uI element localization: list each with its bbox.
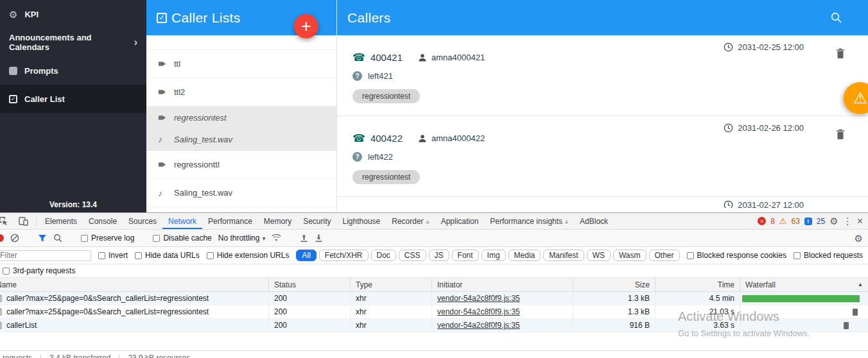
filter-pill-manifest[interactable]: Manifest [543, 250, 584, 261]
filter-pill-fetch-xhr[interactable]: Fetch/XHR [319, 250, 369, 261]
blocked-requests-checkbox[interactable]: Blocked requests [794, 251, 863, 260]
filter-icon[interactable] [38, 234, 47, 243]
request-time: 21.03 s [655, 305, 740, 318]
person-icon [418, 134, 427, 143]
tab-adblock[interactable]: AdBlock [574, 213, 614, 229]
list-item[interactable]: regressionttl [146, 151, 336, 179]
list-item-selected[interactable]: regressiontest [146, 107, 336, 128]
caller-tag: regressiontest [352, 89, 420, 103]
disable-cache-checkbox[interactable]: Disable cache [153, 234, 211, 243]
filter-pill-doc[interactable]: Doc [371, 250, 396, 261]
tab-memory[interactable]: Memory [258, 213, 297, 229]
tag-icon [158, 60, 166, 68]
table-row[interactable]: caller?max=25&page=0&sSearch_callerList=… [0, 305, 868, 319]
network-conditions-icon[interactable] [272, 234, 281, 242]
request-status: 200 [268, 319, 350, 332]
column-header-initiator[interactable]: Initiator [431, 278, 573, 291]
warning-count[interactable]: 63 [791, 217, 799, 226]
filter-pill-ws[interactable]: WS [587, 250, 611, 261]
import-har-icon[interactable] [300, 234, 308, 243]
column-header-waterfall[interactable]: Waterfall [740, 278, 868, 291]
error-icon[interactable] [758, 217, 766, 225]
clock-icon [724, 200, 733, 208]
divider [36, 216, 37, 226]
tab-security[interactable]: Security [297, 213, 336, 229]
devtools-settings-icon[interactable] [829, 216, 838, 226]
checkbox-icon [687, 252, 694, 259]
tab-elements[interactable]: Elements [39, 213, 83, 229]
close-devtools-icon[interactable] [857, 216, 863, 227]
trash-icon[interactable] [836, 48, 845, 59]
music-note-icon [158, 135, 166, 144]
caller-tag: regressiontest [352, 170, 420, 184]
request-size: 1.3 kB [573, 305, 655, 318]
list-item-audio[interactable]: Saling_test.wav [146, 179, 336, 207]
caller-number: 400422 [370, 133, 403, 144]
column-header-size[interactable]: Size [573, 278, 655, 291]
filter-pill-js[interactable]: JS [429, 250, 449, 261]
device-toolbar-icon[interactable] [13, 213, 33, 229]
filter-pill-img[interactable]: Img [482, 250, 506, 261]
request-initiator-link[interactable]: vendor-54a2c8f0f9.js:35 [437, 321, 520, 330]
sidebar-item-announcements[interactable]: Announcements and Calendars [0, 28, 146, 56]
search-icon[interactable] [53, 234, 62, 243]
tab-recorder[interactable]: Recorder [386, 213, 435, 229]
tab-performance-insights[interactable]: Performance insights [484, 213, 574, 229]
tab-application[interactable]: Application [435, 213, 485, 229]
filter-pill-css[interactable]: CSS [399, 250, 426, 261]
tab-lighthouse[interactable]: Lighthouse [337, 213, 386, 229]
record-icon[interactable] [0, 234, 4, 242]
table-row[interactable]: callerList 200 xhr vendor-54a2c8f0f9.js:… [0, 319, 868, 332]
filter-pill-media[interactable]: Media [508, 250, 541, 261]
issues-icon[interactable] [804, 217, 812, 225]
filter-pill-font[interactable]: Font [452, 250, 479, 261]
add-caller-list-button[interactable] [294, 14, 318, 38]
clear-icon[interactable] [10, 234, 19, 243]
error-count[interactable]: 8 [770, 217, 775, 226]
preserve-log-checkbox[interactable]: Preserve log [81, 234, 134, 243]
network-settings-icon[interactable] [855, 234, 863, 243]
tab-performance[interactable]: Performance [202, 213, 258, 229]
filter-pill-wasm[interactable]: Wasm [613, 250, 647, 261]
table-row[interactable]: caller?max=25&page=0&sSearch_callerList=… [0, 292, 868, 305]
request-icon [0, 294, 3, 302]
request-initiator-link[interactable]: vendor-54a2c8f0f9.js:35 [437, 294, 520, 303]
blocked-cookies-checkbox[interactable]: Blocked response cookies [687, 251, 786, 260]
tab-network[interactable]: Network [162, 213, 202, 229]
column-header-status[interactable]: Status [268, 278, 350, 291]
third-party-checkbox[interactable]: 3rd-party requests [3, 266, 75, 275]
tab-sources[interactable]: Sources [123, 213, 162, 229]
caller-entry[interactable]: 2031-02-25 12:00 400421 amna4000421 [337, 35, 868, 116]
filter-pill-other[interactable]: Other [649, 250, 680, 261]
issues-count[interactable]: 25 [817, 217, 825, 226]
inspect-element-icon[interactable] [0, 213, 13, 229]
search-icon[interactable] [830, 12, 842, 24]
caller-entry[interactable]: 2031-02-26 12:00 400422 amna4000422 [337, 116, 868, 197]
request-initiator-link[interactable]: vendor-54a2c8f0f9.js:35 [437, 307, 520, 316]
checkbox-icon [3, 268, 10, 275]
filter-input[interactable] [0, 250, 91, 261]
column-header-name[interactable]: Name [0, 278, 268, 291]
caller-entry-partial[interactable]: 2031-02-27 12:00 [337, 197, 868, 208]
filter-pill-all[interactable]: All [296, 250, 316, 261]
export-har-icon[interactable] [315, 234, 323, 243]
invert-checkbox[interactable]: Invert [98, 251, 128, 260]
list-item-audio[interactable]: Saling_test.wav [146, 128, 336, 150]
sidebar-item-kpi[interactable]: KPI [0, 0, 146, 28]
caller-lists-panel: Caller Lists ttl ttl2 reg [146, 0, 337, 212]
request-size: 916 B [573, 319, 655, 332]
column-header-time[interactable]: Time [655, 278, 740, 291]
throttling-dropdown[interactable]: No throttling [218, 234, 266, 243]
hide-data-urls-checkbox[interactable]: Hide data URLs [135, 251, 200, 260]
tab-console[interactable]: Console [83, 213, 123, 229]
sidebar-item-prompts[interactable]: Prompts [0, 56, 146, 85]
column-header-type[interactable]: Type [350, 278, 431, 291]
list-item[interactable]: ttl [146, 50, 336, 78]
trash-icon[interactable] [836, 129, 845, 140]
sidebar-item-caller-list[interactable]: Caller List [0, 85, 146, 113]
list-item[interactable]: ttl2 [146, 78, 336, 107]
more-options-icon[interactable] [843, 216, 853, 227]
caller-left-label: left421 [368, 71, 393, 81]
hide-extension-urls-checkbox[interactable]: Hide extension URLs [207, 251, 290, 260]
warning-triangle-icon[interactable] [779, 217, 787, 225]
